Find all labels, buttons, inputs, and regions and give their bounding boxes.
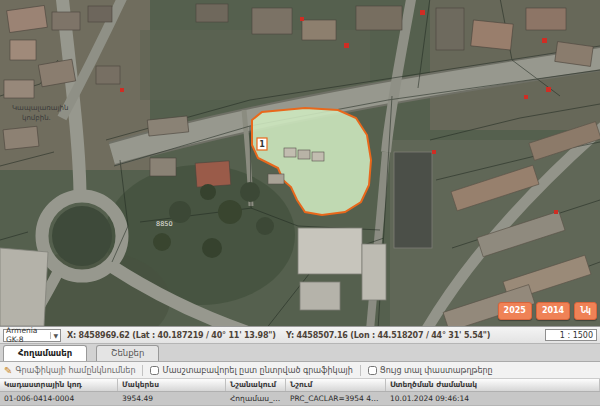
coordinate-y: Y: 4458507.16 (Lon : 44.518207 / 44° 31'… [286,331,490,340]
projection-value: Armenia GK-8 [6,326,50,344]
map-status-bar: Armenia GK-8 ▼ X: 8458969.62 (Lat : 40.1… [0,326,600,344]
col-header-area[interactable]: Մակերես [118,379,226,391]
toolbar-divider [142,365,143,376]
show-documents-checkbox[interactable] [368,366,377,375]
tab-land-parcels[interactable]: Հողամասեր [3,345,87,361]
zoom-to-selected-checkbox[interactable] [150,366,159,375]
year-button-2014[interactable]: 2014 [536,302,570,320]
year-button-2025[interactable]: 2025 [498,302,532,320]
cell-created-time: 10.01.2024 09:46:14 [386,392,600,405]
col-header-cadastral-code[interactable]: Կադաստրային կոդ [0,379,118,391]
orthophoto-year-switcher: 2025 2014 Նկ [498,302,597,320]
aerial-map-canvas: 1 [0,0,600,326]
map-scale-input[interactable]: 1 : 1500 [545,329,597,341]
coordinate-x: X: 8458969.62 (Lat : 40.187219 / 40° 11'… [67,331,276,340]
results-toolbar: ✎ Գրաֆիկայի համընկնումներ Մասշտաբավորել … [0,362,600,379]
chevron-down-icon: ▼ [50,332,58,339]
cursor-coordinates: X: 8458969.62 (Lat : 40.187219 / 40° 11'… [67,331,490,340]
street-label-line2: կոմբին. [22,114,51,122]
results-tab-strip: Հողամասեր Շենքեր [0,344,600,362]
toolbar-divider [360,365,361,376]
projection-select[interactable]: Armenia GK-8 ▼ [3,329,61,342]
tab-buildings[interactable]: Շենքեր [96,345,159,361]
cell-cadastral-code: 01-006-0414-0004 [0,392,118,405]
col-header-designation[interactable]: Նշանակում [226,379,286,391]
graphic-overlaps-link[interactable]: Գրաֆիկայի համընկնումներ [15,366,135,375]
pencil-icon: ✎ [4,365,12,376]
col-header-note[interactable]: Նշում [286,379,386,391]
zoom-to-selected-checkbox-wrap: Մասշտաբավորել ըստ ընտրված գրաֆիկայի [150,366,352,375]
year-button-extra[interactable]: Նկ [574,302,597,320]
show-documents-label: Ցույց տալ փաստաթղթերը [380,366,493,375]
parcel-number-badge: 1 [257,138,267,150]
cell-note: PRC_CACLAR=3954 4910876 ; PR... [286,392,386,405]
col-header-created-time[interactable]: Ստեղծման ժամանակ [386,379,600,391]
street-label-line1: Կապալառային [12,104,68,112]
map-viewport[interactable]: 1 [0,0,600,326]
show-documents-checkbox-wrap: Ցույց տալ փաստաթղթերը [368,366,493,375]
cell-area: 3954.49 [118,392,226,405]
results-table-header: Կադաստրային կոդ Մակերես Նշանակում Նշում … [0,379,600,392]
cadastre-map-app: 1 [0,0,600,408]
table-row[interactable]: 01-006-0414-0004 3954.49 Հողամաս_միասնագ… [0,392,600,406]
cell-designation: Հողամաս_միասնագիր Սահման [226,392,286,405]
zoom-to-selected-label: Մասշտաբավորել ըստ ընտրված գրաֆիկայի [162,366,352,375]
area-number-label: 8850 [156,220,173,228]
svg-text:1: 1 [259,140,265,149]
